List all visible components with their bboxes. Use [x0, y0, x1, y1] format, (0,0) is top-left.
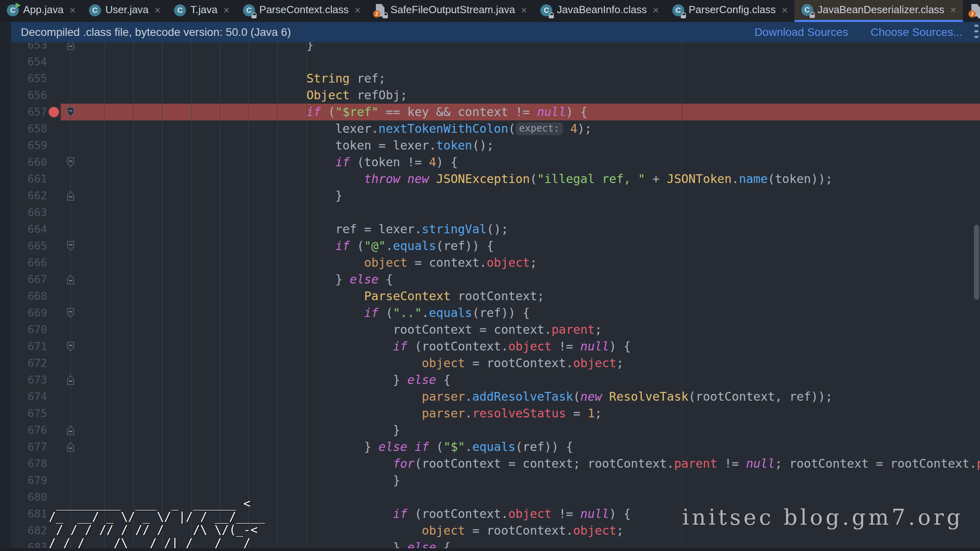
tab-label: ParserConfig.class — [689, 4, 776, 16]
lock-icon — [810, 12, 815, 18]
code-line-text[interactable]: parser.resolveStatus = 1; — [76, 405, 602, 422]
code-line-text[interactable]: if ("$ref" == key && context != null) { — [76, 104, 587, 120]
code-line-675: 675 parser.resolveStatus = 1; — [0, 405, 980, 422]
ide-window: 653 }654655 String ref;656 Object refObj… — [0, 0, 980, 551]
fold-marker-icon[interactable] — [66, 341, 75, 352]
class-file-icon: C — [174, 4, 186, 17]
code-line-text[interactable]: for(rootContext = context; rootContext.p… — [76, 455, 980, 472]
code-line-669: 669 if ("..".equals(ref)) { — [0, 305, 980, 321]
run-overlay-icon — [16, 3, 21, 8]
code-line-659: 659 token = lexer.token(); — [0, 137, 980, 154]
code-line-text[interactable]: if (token != 4) { — [76, 154, 458, 171]
close-icon[interactable]: ✕ — [950, 5, 957, 15]
tab-JavaBeanDeserializer.class[interactable]: CJavaBeanDeserializer.class✕ — [794, 0, 963, 22]
code-line-665: 665 if ("@".equals(ref)) { — [0, 238, 980, 254]
tab-label: SafeFileOutputStream.java — [391, 4, 515, 16]
site-watermark: initsec blog.gm7.org — [682, 505, 963, 530]
code-line-text[interactable]: } — [76, 187, 342, 204]
code-line-660: 660 if (token != 4) { — [0, 154, 980, 171]
code-line-text[interactable]: } else if ("$".equals(ref)) { — [76, 439, 573, 455]
code-line-text[interactable]: token = lexer.token(); — [76, 137, 494, 154]
fold-marker-icon[interactable] — [66, 274, 75, 285]
code-line-text[interactable]: lexer.nextTokenWithColon(expect: 4); — [76, 120, 592, 137]
tab-SafeFileOutputStream.java[interactable]: JSafeFileOutputStream.java✕ — [368, 0, 534, 22]
scrollbar-mark — [974, 25, 978, 27]
java-file-icon: J — [374, 4, 387, 17]
code-line-text[interactable]: if ("@".equals(ref)) { — [76, 238, 494, 254]
close-icon[interactable]: ✕ — [223, 6, 230, 15]
fold-marker-icon[interactable] — [66, 241, 75, 251]
code-line-678: 678 for(rootContext = context; rootConte… — [0, 455, 980, 472]
bottom-edge-band — [0, 548, 980, 551]
code-line-674: 674 parser.addResolveTask(new ResolveTas… — [0, 388, 980, 405]
close-icon[interactable]: ✕ — [521, 6, 528, 15]
code-line-657: 657 if ("$ref" == key && context != null… — [0, 104, 980, 120]
code-line-text[interactable]: rootContext = context.parent; — [76, 321, 602, 338]
code-line-text[interactable]: object = context.object; — [76, 254, 537, 271]
code-line-text[interactable]: ref = lexer.stringVal(); — [76, 221, 508, 238]
notification-message: Decompiled .class file, bytecode version… — [11, 26, 755, 39]
fold-marker-icon[interactable] — [66, 157, 75, 167]
lock-icon — [251, 12, 257, 18]
code-line-663: 663 — [0, 204, 980, 221]
code-line-text[interactable]: } — [76, 472, 400, 489]
close-icon[interactable]: ✕ — [354, 6, 361, 15]
tab-ParserConfig.class[interactable]: CParserConfig.class✕ — [666, 0, 794, 22]
class-file-icon: C — [243, 4, 255, 17]
code-line-text[interactable]: parser.addResolveTask(new ResolveTask(ro… — [76, 388, 833, 405]
close-icon[interactable]: ✕ — [652, 6, 659, 15]
choose-sources-link[interactable]: Choose Sources... — [871, 26, 962, 39]
lock-icon — [681, 12, 686, 18]
download-sources-link[interactable]: Download Sources — [755, 26, 848, 39]
fold-marker-icon[interactable] — [66, 375, 75, 385]
fold-marker-icon[interactable] — [66, 191, 75, 201]
tab-User.java[interactable]: CUser.java✕ — [82, 0, 167, 22]
code-line-671: 671 if (rootContext.object != null) { — [0, 338, 980, 355]
left-gutter-strip — [0, 22, 11, 551]
code-line-text[interactable]: String ref; — [76, 70, 386, 87]
code-line-text[interactable]: } else { — [76, 271, 393, 288]
code-line-text[interactable]: throw new JSONException("illegal ref, " … — [76, 171, 833, 187]
close-icon[interactable]: ✕ — [154, 6, 161, 15]
parameter-hint-inlay: expect: — [516, 122, 563, 135]
code-line-667: 667 } else { — [0, 271, 980, 288]
tab-ParseContext.class[interactable]: CParseContext.class✕ — [236, 0, 368, 22]
tab-App.java[interactable]: CApp.java✕ — [0, 0, 82, 22]
fold-marker-icon[interactable] — [66, 425, 75, 435]
code-line-661: 661 throw new JSONException("illegal ref… — [0, 171, 980, 187]
code-line-677: 677 } else if ("$".equals(ref)) { — [0, 439, 980, 455]
code-line-668: 668 ParseContext rootContext; — [0, 288, 980, 305]
java-file-icon: J — [969, 4, 980, 17]
scrollbar-thumb[interactable] — [974, 225, 979, 300]
code-line-673: 673 } else { — [0, 372, 980, 388]
tab-T.java[interactable]: CT.java✕ — [167, 0, 236, 22]
code-line-670: 670 rootContext = context.parent; — [0, 321, 980, 338]
code-line-text[interactable]: object = rootContext.object; — [76, 355, 624, 372]
tab-JavaBeanInfo.class[interactable]: CJavaBeanInfo.class✕ — [533, 0, 665, 22]
code-line-679: 679 } — [0, 472, 980, 489]
code-line-676: 676 } — [0, 422, 980, 439]
decompiled-notification-banner: Decompiled .class file, bytecode version… — [11, 22, 980, 42]
tab-label: JavaBeanInfo.class — [557, 4, 646, 16]
code-line-text[interactable]: Object refObj; — [76, 87, 407, 104]
code-line-text[interactable]: } — [76, 422, 400, 439]
code-line-658: 658 lexer.nextTokenWithColon(expect: 4); — [0, 120, 980, 137]
fold-marker-icon[interactable] — [66, 442, 75, 452]
scrollbar-mark — [974, 36, 978, 38]
code-line-text[interactable]: if (rootContext.object != null) { — [76, 338, 631, 355]
fold-marker-icon[interactable] — [66, 308, 75, 318]
fold-marker-icon[interactable] — [66, 107, 75, 117]
close-icon[interactable]: ✕ — [69, 6, 76, 15]
tab-label: T.java — [190, 4, 217, 16]
code-line-text[interactable]: ParseContext rootContext; — [76, 288, 544, 305]
code-line-664: 664 ref = lexer.stringVal(); — [0, 221, 980, 238]
breakpoint-icon[interactable] — [49, 107, 59, 117]
code-line-672: 672 object = rootContext.object; — [0, 355, 980, 372]
code-line-text[interactable]: } else { — [76, 372, 450, 388]
class-file-icon: C — [540, 4, 553, 17]
code-line-655: 655 String ref; — [0, 70, 980, 87]
tab-JSONToken.java[interactable]: JJSONToken.java✕ — [963, 0, 980, 22]
close-icon[interactable]: ✕ — [781, 6, 788, 15]
code-line-text[interactable]: if ("..".equals(ref)) { — [76, 305, 530, 321]
class-file-icon: C — [6, 4, 19, 17]
